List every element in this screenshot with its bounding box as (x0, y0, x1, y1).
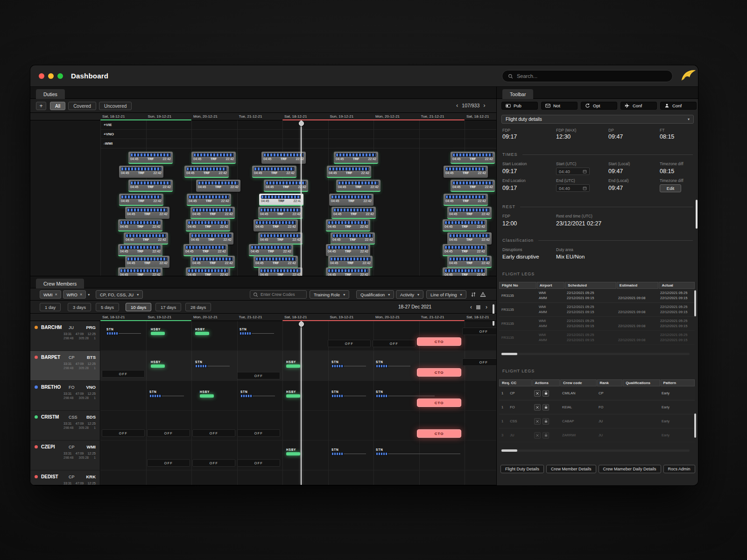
duty-block[interactable]: 04:45TRF22:42 (254, 219, 298, 231)
column-header[interactable]: Actions (532, 379, 560, 386)
crew-card[interactable]: BRETHOFOVNO33:3147:0912:25298:48305:281 (30, 381, 100, 411)
crew-code-search-input[interactable]: Enter Crew Codes (250, 290, 307, 299)
duty-bar-stn[interactable]: STN (195, 360, 230, 368)
column-header[interactable]: Scheduled (565, 282, 616, 289)
duty-block[interactable]: 04:45TRF22:42 (125, 207, 169, 219)
global-search-input[interactable]: Search... (502, 70, 673, 82)
duty-block[interactable]: 04:45TRF22:42 (125, 256, 169, 268)
duty-block[interactable]: 04:45TRF22:42 (190, 207, 235, 219)
duty-block[interactable]: 04:45TRF22:42 (334, 152, 378, 164)
duty-block[interactable]: 04:45TRF22:42 (128, 152, 173, 164)
base-chip-wmi[interactable]: WMI× (40, 290, 61, 299)
role-filter-select[interactable]: CP, FO, CSS, JU ▾ (96, 290, 143, 299)
duty-bar-hsby[interactable]: HSBY (286, 390, 300, 398)
duty-block[interactable]: 04:45TRF22:42 (336, 180, 381, 192)
column-header[interactable]: Pattern (661, 379, 695, 386)
duty-block[interactable]: 04:45TRF22:42 (326, 244, 370, 256)
column-header[interactable]: Crew code (560, 379, 596, 386)
next-page-icon[interactable]: › (483, 102, 485, 109)
table-row[interactable]: FR3135WMIAMM22/12/2021 05:2522/12/2021 0… (499, 303, 695, 317)
duty-block[interactable]: 04:45TRF22:42 (191, 152, 236, 164)
remove-crew-button[interactable] (534, 432, 541, 439)
duty-block[interactable]: 04:45TRF22:42 (444, 166, 488, 178)
table-row[interactable]: FR3135WMIAMM22/12/2021 05:2522/12/2021 0… (499, 331, 695, 345)
rocs-admin-button[interactable]: Rocs Admin (663, 465, 695, 473)
duty-block[interactable]: 04:45TRF22:42 (443, 244, 487, 256)
duty-block[interactable]: 04:45TRF22:42 (128, 180, 173, 192)
crew-card[interactable]: CZEPICPWMI33:3147:0912:25298:48305:281 (30, 441, 100, 470)
duty-bar-off[interactable]: OFF (462, 328, 496, 335)
crew-assign-hscroll-track[interactable] (500, 449, 690, 452)
base-chip-wro[interactable]: WRO× (63, 290, 86, 299)
column-header[interactable]: Airport (537, 282, 565, 289)
table-row[interactable]: 1CPCMILANCPEarly (499, 386, 695, 400)
lock-crew-button[interactable] (543, 390, 549, 397)
next-range-button[interactable]: › (483, 303, 490, 311)
remove-crew-button[interactable] (534, 390, 541, 397)
duty-block[interactable]: 04:45TRF22:42 (331, 232, 375, 245)
window-scrollbar-thumb[interactable] (696, 200, 698, 229)
range-17-days[interactable]: 17 days (155, 303, 181, 311)
crew-card[interactable]: BARCHMJUPRG33:3147:0912:25298:48305:281 (30, 321, 100, 351)
range-1-day[interactable]: 1 day (40, 303, 61, 311)
calendar-grid-button[interactable] (474, 303, 482, 311)
duty-block[interactable]: 04:45TRF22:42 (124, 232, 168, 245)
duty-bar-stn[interactable]: STN (240, 328, 274, 335)
flight-legs-vscroll-thumb[interactable] (694, 290, 696, 316)
duty-block[interactable]: 04:45TRF22:42 (252, 166, 296, 178)
duty-block[interactable]: 04:45TRF22:42 (254, 256, 298, 268)
detail-type-select[interactable]: Flight duty details ▾ (501, 115, 694, 124)
range-3-days[interactable]: 3 days (68, 303, 91, 311)
filter-activity[interactable]: Activity▾ (396, 290, 423, 299)
tab-duties[interactable]: Duties (36, 89, 65, 99)
duty-block[interactable]: 04:45TRF22:42 (451, 152, 495, 164)
duty-bar-hsby[interactable]: HSBY (286, 360, 300, 368)
duty-block[interactable]: 04:45TRF22:42 (259, 194, 303, 206)
table-row[interactable]: 1FOKEIALFOEarly (499, 400, 695, 414)
warning-button[interactable] (479, 291, 486, 298)
duty-bar-cto[interactable]: CTO (417, 337, 461, 346)
duty-bar-stn[interactable]: STN (149, 390, 184, 398)
filter-qualification[interactable]: Qualification▾ (356, 290, 394, 299)
zoom-button[interactable] (57, 73, 63, 79)
range-5-days[interactable]: 5 days (96, 303, 119, 311)
time-input[interactable]: 04:40 (556, 168, 590, 175)
crew-assign-hscroll-thumb[interactable] (501, 449, 517, 452)
duty-bar-cto[interactable]: CTO (417, 368, 461, 377)
duty-bar-stn[interactable]: STN (376, 448, 460, 455)
duty-bar-off[interactable]: OFF (192, 429, 235, 437)
sort-button[interactable] (470, 291, 477, 298)
duty-bar-stn[interactable]: STN (240, 390, 275, 398)
duty-block[interactable]: 04:45TRF22:42 (186, 267, 230, 276)
filter-all[interactable]: All (50, 102, 65, 110)
duty-block[interactable]: 04:45TRF22:42 (189, 232, 233, 245)
filter-covered[interactable]: Covered (68, 102, 96, 110)
conf-button[interactable]: Conf (660, 102, 697, 110)
duty-bar-off[interactable]: OFF (147, 429, 190, 437)
duty-block[interactable]: 04:45TRF22:42 (447, 207, 492, 219)
duty-bar-stn[interactable]: STN (376, 390, 435, 398)
duty-block[interactable]: 04:45TRF22:42 (451, 180, 495, 192)
duty-block[interactable]: 04:45TRF22:42 (118, 219, 162, 231)
duty-block[interactable]: 04:45TRF22:42 (443, 267, 487, 276)
duty-bar-off[interactable]: OFF (102, 370, 145, 378)
remove-crew-button[interactable] (534, 404, 541, 411)
duty-block[interactable]: 04:45TRF22:42 (261, 152, 306, 164)
duty-block[interactable]: 04:45TRF22:42 (196, 180, 240, 192)
filter-training-role[interactable]: Training Role▾ (310, 290, 349, 299)
duty-bar-off[interactable]: OFF (147, 459, 190, 467)
duty-block[interactable]: 04:45TRF22:42 (447, 232, 492, 245)
table-row[interactable]: FR3135WMIAMM22/12/2021 05:2522/12/2021 0… (499, 289, 695, 303)
duty-bar-off[interactable]: OFF (237, 372, 280, 379)
conf-button[interactable]: Conf (620, 102, 657, 110)
duty-block[interactable]: 04:45TRF22:42 (184, 166, 229, 178)
edit-button[interactable]: Edit (660, 184, 681, 192)
range-28-days[interactable]: 28 days (185, 303, 211, 311)
close-icon[interactable]: × (55, 292, 57, 297)
duty-bar-stn[interactable]: STN (331, 448, 366, 455)
remove-crew-button[interactable] (534, 418, 541, 425)
not-button[interactable]: Not (541, 102, 578, 110)
duty-bar-off[interactable]: OFF (192, 459, 235, 467)
duty-block[interactable]: 04:45TRF22:42 (447, 256, 492, 268)
duty-bar-stn[interactable]: STN (376, 360, 410, 368)
